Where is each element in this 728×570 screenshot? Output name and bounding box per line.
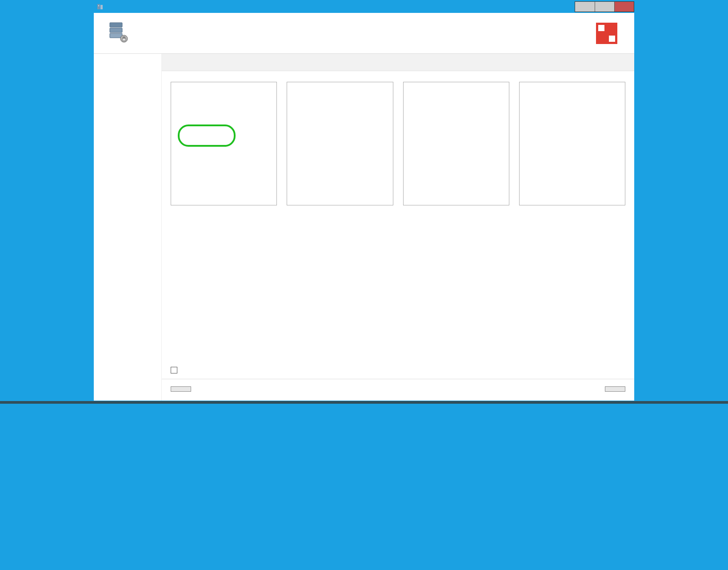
ciphers-group [287, 78, 393, 361]
ciphers-listbox [287, 82, 393, 205]
hashes-group [403, 78, 509, 361]
key-exchanges-group [519, 78, 625, 361]
svg-rect-1 [100, 5, 103, 9]
minimize-button[interactable] [575, 2, 595, 12]
set-client-side-protocols-checkbox[interactable] [171, 366, 625, 374]
app-icon [96, 3, 104, 10]
client-side-row [162, 361, 634, 379]
footer [162, 379, 634, 401]
client-side-checkbox-input[interactable] [171, 367, 177, 373]
apply-button[interactable] [605, 386, 625, 392]
pane-body [162, 71, 634, 361]
window-controls [575, 1, 634, 12]
brand-logo [596, 23, 622, 44]
svg-point-2 [98, 5, 99, 6]
svg-rect-3 [110, 23, 122, 27]
svg-rect-5 [110, 33, 122, 38]
best-practices-button[interactable] [171, 386, 191, 392]
pane-header [162, 54, 634, 71]
protocols-listbox [171, 82, 277, 205]
protocols-group [171, 78, 277, 361]
app-header [94, 13, 634, 54]
sidebar [94, 54, 161, 401]
svg-rect-4 [110, 28, 122, 32]
close-button[interactable] [614, 2, 634, 12]
server-icon [106, 21, 129, 45]
hashes-listbox [403, 82, 509, 205]
maximize-button[interactable] [595, 2, 614, 12]
svg-rect-8 [122, 38, 126, 41]
nartac-icon [596, 23, 617, 44]
key-exchanges-listbox [519, 82, 625, 205]
titlebar [94, 0, 634, 13]
svg-rect-0 [97, 4, 100, 9]
